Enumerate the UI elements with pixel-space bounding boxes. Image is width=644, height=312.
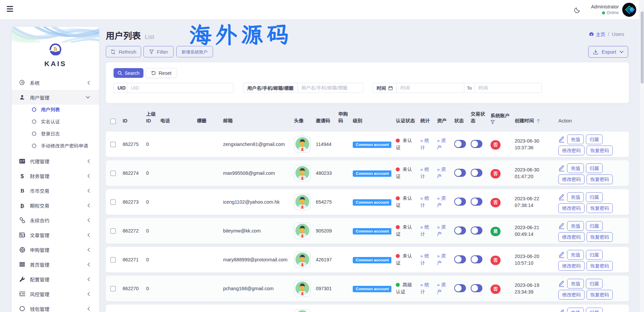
action-button-change-password[interactable]: 修改密码 (558, 290, 585, 300)
user-photo[interactable] (294, 280, 311, 297)
edit-icon[interactable] (558, 165, 565, 172)
action-button-attribution[interactable]: 归属 (586, 250, 603, 260)
sidebar-item-risk-management[interactable]: 风控管理 (12, 287, 99, 301)
user-photo[interactable] (294, 222, 311, 239)
action-button-attribution[interactable]: 归属 (586, 308, 603, 312)
user-photo[interactable] (294, 165, 311, 181)
sort-asc-icon[interactable] (536, 118, 540, 123)
action-button-recharge[interactable]: 充值 (567, 308, 584, 312)
sidebar-item-system[interactable]: 系统 (12, 75, 99, 90)
sidebar-item-homepage-management[interactable]: 首页管理 (12, 257, 99, 272)
dark-mode-icon[interactable] (574, 6, 581, 13)
user-photo[interactable] (294, 136, 311, 153)
row-checkbox[interactable] (110, 170, 116, 176)
row-checkbox[interactable] (110, 142, 116, 147)
breadcrumb-home[interactable]: 主页 (589, 31, 605, 38)
trade-status-toggle[interactable] (471, 140, 482, 148)
edit-icon[interactable] (558, 251, 565, 258)
action-button-recharge[interactable]: 充值 (567, 221, 584, 231)
time-from-input[interactable] (396, 83, 464, 93)
action-button-recharge[interactable]: 充值 (567, 163, 584, 173)
trade-status-toggle[interactable] (471, 284, 482, 292)
edit-icon[interactable] (558, 309, 565, 312)
action-button-change-password[interactable]: 修改密码 (558, 146, 585, 155)
trade-status-toggle[interactable] (471, 255, 482, 263)
stats-link[interactable]: » 统计 (420, 166, 433, 180)
action-button-recharge[interactable]: 充值 (567, 279, 584, 289)
action-button-attribution[interactable]: 归属 (586, 135, 603, 144)
stats-link[interactable]: » 统计 (420, 137, 433, 151)
sidebar-subitem-login-log[interactable]: 登录日志 (12, 127, 99, 140)
row-checkbox[interactable] (110, 199, 116, 205)
assets-link[interactable]: » 资产 (437, 253, 450, 267)
action-button-recharge[interactable]: 充值 (567, 192, 584, 202)
action-button-recharge[interactable]: 充值 (567, 250, 584, 260)
menu-toggle-icon[interactable] (7, 6, 13, 13)
trade-status-toggle[interactable] (471, 169, 482, 177)
sidebar-item-finance-management[interactable]: $财务管理 (12, 168, 99, 183)
sidebar-subitem-user-list[interactable]: 用户列表 (12, 103, 99, 115)
brand-logo-icon[interactable]: ₿ (12, 43, 99, 55)
assets-link[interactable]: » 资产 (437, 281, 450, 296)
edit-icon[interactable] (558, 280, 565, 287)
sidebar-item-perpetual-contract[interactable]: 永续合约 (12, 213, 99, 227)
sidebar-item-article-management[interactable]: 文章管理 (12, 227, 99, 242)
assets-link[interactable]: » 资产 (437, 166, 450, 180)
action-button-attribution[interactable]: 归属 (586, 192, 603, 202)
sidebar-item-option-trade[interactable]: ₿期权交易 (12, 198, 99, 213)
column-header-created-time[interactable]: 创建时间 (510, 117, 554, 124)
assets-link[interactable]: » 资产 (437, 224, 450, 238)
sidebar-item-agent-management[interactable]: 代理管理 (12, 154, 99, 168)
stats-link[interactable]: » 统计 (420, 195, 433, 209)
time-to-input[interactable] (474, 83, 542, 93)
select-all-checkbox[interactable] (110, 118, 116, 124)
action-button-change-password[interactable]: 修改密码 (558, 203, 585, 213)
status-toggle[interactable] (454, 169, 466, 177)
action-button-recover-password[interactable]: 恢复密码 (587, 290, 613, 300)
sidebar-item-user-management[interactable]: 用户管理 (12, 90, 99, 105)
stats-link[interactable]: » 统计 (420, 253, 433, 267)
action-button-attribution[interactable]: 归属 (586, 163, 603, 173)
assets-link[interactable]: » 资产 (437, 137, 450, 151)
edit-icon[interactable] (558, 222, 565, 229)
action-button-recover-password[interactable]: 恢复密码 (587, 232, 613, 242)
assets-link[interactable]: » 资产 (437, 195, 450, 209)
action-button-recharge[interactable]: 充值 (567, 135, 584, 144)
uid-input[interactable] (127, 83, 233, 93)
scrollbar[interactable] (639, 0, 644, 312)
filter-button[interactable]: Filter (143, 46, 174, 57)
status-toggle[interactable] (454, 140, 466, 148)
sidebar-item-wallet-management[interactable]: 钱包管理 (12, 301, 99, 312)
action-button-change-password[interactable]: 修改密码 (558, 174, 585, 184)
trade-status-toggle[interactable] (471, 198, 482, 206)
status-toggle[interactable] (454, 226, 466, 235)
action-button-recover-password[interactable]: 恢复密码 (587, 174, 613, 184)
user-photo[interactable] (294, 251, 311, 268)
row-checkbox[interactable] (110, 257, 116, 263)
status-toggle[interactable] (454, 198, 466, 206)
user-photo[interactable] (294, 194, 311, 210)
stats-link[interactable]: » 统计 (420, 281, 433, 296)
export-button[interactable]: Export (588, 46, 628, 58)
row-checkbox[interactable] (110, 228, 116, 234)
status-toggle[interactable] (454, 255, 466, 263)
sidebar-subitem-real-name-auth[interactable]: 实名认证 (12, 115, 99, 127)
add-system-account-button[interactable]: 新增系统账户 (176, 46, 213, 57)
row-checkbox[interactable] (110, 286, 116, 292)
search-button[interactable]: Search (114, 68, 143, 78)
column-filter-icon[interactable] (490, 120, 495, 124)
refresh-button[interactable]: Refresh (106, 46, 141, 57)
sidebar-subitem-manual-asset-password[interactable]: 手动修改资产密码申请 (12, 140, 99, 152)
edit-icon[interactable] (558, 136, 565, 143)
reset-button[interactable]: Reset (146, 68, 177, 78)
user-avatar[interactable] (622, 3, 636, 17)
action-button-recover-password[interactable]: 恢复密码 (587, 261, 613, 271)
scrollbar-thumb[interactable] (641, 11, 644, 84)
action-button-recover-password[interactable]: 恢复密码 (587, 146, 613, 155)
edit-icon[interactable] (558, 194, 565, 201)
column-header-system-account[interactable]: 系统账户 (486, 112, 510, 124)
keyword-input[interactable] (297, 83, 363, 93)
action-button-attribution[interactable]: 归属 (586, 279, 603, 289)
user-menu[interactable]: Administrator Online (591, 4, 619, 15)
action-button-change-password[interactable]: 修改密码 (558, 261, 585, 271)
